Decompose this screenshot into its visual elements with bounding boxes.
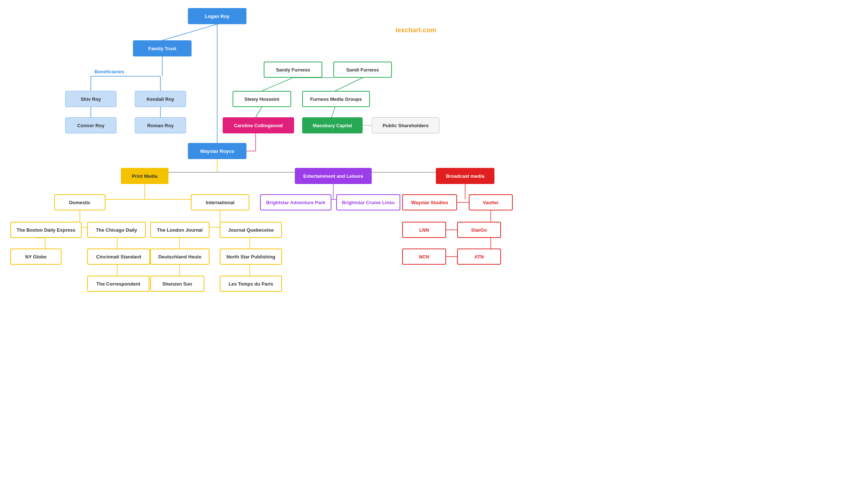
north-star-node: North Star Publishing [220,249,282,265]
ny-globe-node: NY Globe [10,249,62,265]
logan-roy-node: Logan Roy [188,8,246,24]
sandi-furness-node: Sandi Furness [333,62,392,78]
chicago-daily-node: The Chicago Daily [87,222,146,238]
brightstar-cruise-node: Brightstar Cruise Lines [336,194,400,210]
connector-lines [0,0,868,489]
stewy-hosseini-node: Stewy Hosseini [233,91,291,107]
journal-quebecoise-node: Journal Quebecoise [220,222,282,238]
connor-roy-node: Connor Roy [65,117,116,133]
family-trust-node: Family Trust [133,40,192,56]
shiv-roy-node: Shiv Roy [65,91,116,107]
london-journal-node: The London Journal [150,222,209,238]
cincinnati-node: Cincinnati Standard [87,249,150,265]
org-chart: lexchart.com [0,0,868,489]
roman-roy-node: Roman Roy [135,117,186,133]
svg-line-0 [162,24,217,40]
international-node: International [191,194,249,210]
waystar-studios-node: Waystar Studios [402,194,457,210]
beneficiaries-label: Beneficiaries [94,69,124,74]
maesbury-capital-node: Maesbury Capital [302,117,363,133]
caroline-collingwood-node: Caroline Collingwood [223,117,294,133]
waystar-royco-node: Waystar Royco [188,143,246,159]
entertainment-leisure-node: Entertainment and Leisure [295,168,372,184]
deutschland-node: Deutschland Heute [150,249,209,265]
ncn-node: NCN [402,249,446,265]
broadcast-media-node: Broadcast media [436,168,494,184]
stargo-node: StarGo [457,222,501,238]
brightstar-adventure-node: Brightstar Adventure Park [260,194,331,210]
sandy-furness-node: Sandy Furness [264,62,322,78]
kendall-roy-node: Kendall Roy [135,91,186,107]
les-temps-node: Les Temps du Paris [220,276,282,292]
atn-node: ATN [457,249,501,265]
furness-media-node: Furness Media Groups [302,91,370,107]
svg-line-11 [262,78,293,91]
watermark-label: lexchart.com [396,26,436,34]
svg-line-14 [331,107,335,117]
shenzen-node: Shenzen Sun [150,276,204,292]
boston-daily-node: The Boston Daily Express [10,222,82,238]
public-shareholders-node: Public Shareholders [372,117,439,133]
print-media-node: Print Media [121,168,168,184]
correspondent-node: The Correspondent [87,276,149,292]
vaulter-node: Vaulter [469,194,513,210]
lnn-node: LNN [402,222,446,238]
svg-line-12 [335,78,363,91]
svg-line-13 [256,107,262,117]
domestic-node: Domestic [54,194,105,210]
